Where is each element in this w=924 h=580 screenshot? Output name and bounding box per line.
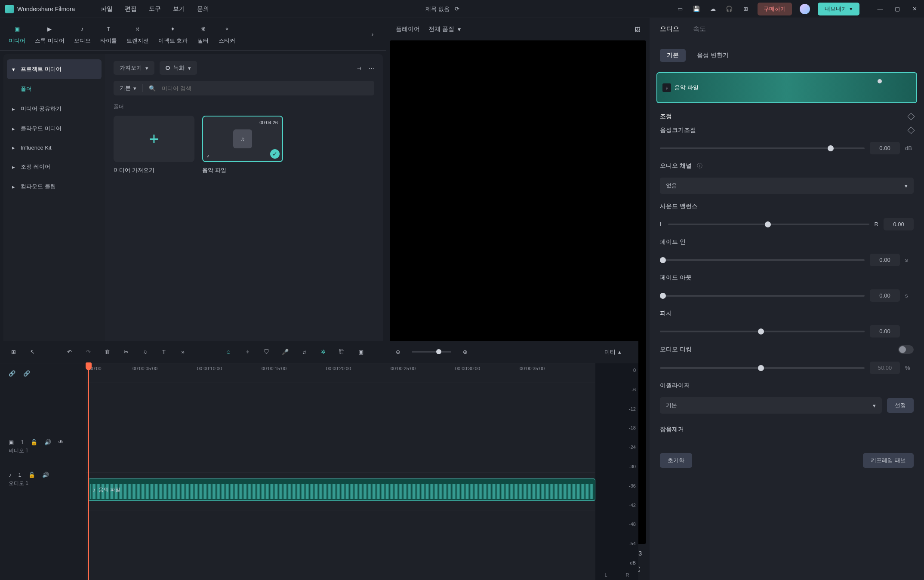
ducking-slider[interactable] [660, 367, 865, 369]
sidebar-influence-kit[interactable]: ▸ Influence Kit [3, 138, 105, 157]
mic-icon[interactable]: 🎤 [280, 347, 290, 357]
player-dropdown[interactable]: 플레이어 [396, 25, 420, 33]
reset-button[interactable]: 초기화 [660, 453, 692, 468]
beat-icon[interactable]: ♫ [140, 347, 150, 357]
lock-icon[interactable]: 🔓 [31, 439, 37, 445]
snapshot-icon[interactable]: 🖼 [634, 26, 640, 33]
timeline-ruler[interactable]: 00:00 00:00:05:00 00:00:10:00 00:00:15:0… [86, 363, 595, 383]
menu-file[interactable]: 파일 [101, 5, 113, 13]
minimize-button[interactable]: — [876, 5, 884, 13]
nav-tab-media[interactable]: ▣ 미디어 [9, 24, 25, 45]
keyframe-diamond-icon[interactable] [908, 127, 915, 134]
tab-audio[interactable]: 오디오 [660, 25, 679, 35]
eq-select[interactable]: 기본 ▾ [660, 397, 882, 414]
close-button[interactable]: ✕ [910, 5, 919, 13]
balance-slider[interactable] [668, 224, 869, 225]
copy-icon[interactable]: ⿻ [337, 347, 347, 357]
buy-button[interactable]: 구매하기 [758, 3, 792, 15]
menu-edit[interactable]: 편집 [125, 5, 137, 13]
nav-tab-audio[interactable]: ♪ 오디오 [74, 24, 91, 45]
meter-toggle[interactable]: 미터 ▴ [604, 348, 630, 356]
track-link2-icon[interactable]: 🔗 [23, 370, 30, 377]
sort-dropdown[interactable]: 기본 ▾ [120, 84, 143, 92]
playhead[interactable] [88, 363, 89, 580]
nav-next-arrow[interactable]: › [367, 29, 378, 40]
keyframe-diamond-icon[interactable] [908, 113, 915, 120]
nav-tab-filter[interactable]: ❋ 필터 [197, 24, 209, 45]
eq-settings-button[interactable]: 설정 [887, 398, 914, 413]
mute-icon[interactable]: 🔊 [42, 472, 49, 478]
nav-tab-transition[interactable]: ⤭ 트랜지션 [126, 24, 149, 45]
pitch-slider[interactable] [660, 331, 865, 332]
cut-icon[interactable]: ✂ [121, 347, 131, 357]
video-track-row[interactable] [86, 435, 595, 473]
crop-icon[interactable]: ▣ [356, 347, 366, 357]
channel-select[interactable]: 없음 ▾ [660, 178, 914, 194]
headphone-icon[interactable]: 🎧 [725, 5, 733, 13]
ducking-toggle[interactable] [898, 345, 914, 354]
audio-clip[interactable]: ♪ 음악 파일 [88, 479, 595, 501]
sidebar-adjustment-layer[interactable]: ▸ 조정 레이어 [3, 157, 105, 177]
sidebar-compound-clip[interactable]: ▸ 컴파운드 클립 [3, 177, 105, 196]
track-link-icon[interactable]: 🔗 [9, 370, 15, 377]
audio-track-header[interactable]: ♪1 🔓 🔊 오디오 1 [0, 467, 86, 491]
video-track-header[interactable]: ▣1 🔓 🔊 👁 비디오 1 [0, 435, 86, 459]
pitch-value[interactable]: 0.00 [870, 325, 900, 338]
volume-slider[interactable] [660, 147, 865, 149]
quality-dropdown[interactable]: 전체 품질 ▾ [428, 25, 461, 33]
visibility-icon[interactable]: 👁 [58, 439, 64, 445]
subtab-basic[interactable]: 기본 [660, 49, 686, 62]
user-avatar[interactable] [800, 4, 810, 14]
keyframe-panel-button[interactable]: 키프레임 패널 [863, 453, 914, 468]
smiley-icon[interactable]: ☺ [224, 347, 233, 357]
media-search-input[interactable] [162, 85, 368, 92]
zoom-in-icon[interactable]: ⊕ [460, 347, 470, 357]
waveform-preview[interactable]: ♪ 음악 파일 [656, 72, 917, 103]
sidebar-project-media[interactable]: ▾ 프로젝트 미디어 [7, 59, 102, 79]
help-icon[interactable]: ⓘ [697, 162, 702, 170]
grid-icon[interactable]: ⊞ [741, 5, 750, 13]
waveform-marker[interactable] [878, 79, 882, 83]
volume-value[interactable]: 0.00 [870, 142, 900, 154]
sparkle-icon[interactable]: ✦ [243, 347, 252, 357]
music-list-icon[interactable]: ♬ [299, 347, 309, 357]
fadeout-value[interactable]: 0.00 [870, 289, 900, 302]
maximize-button[interactable]: ▢ [893, 5, 902, 13]
subtab-voice[interactable]: 음성 변환기 [690, 49, 736, 62]
sidebar-cloud-media[interactable]: ▸ 클라우드 미디어 [3, 119, 105, 138]
more-tools-icon[interactable]: » [178, 347, 188, 357]
more-options-icon[interactable]: ⋯ [369, 65, 374, 71]
lock-icon[interactable]: 🔓 [28, 472, 35, 478]
zoom-out-icon[interactable]: ⊖ [393, 347, 403, 357]
shield-icon[interactable]: ⛉ [262, 347, 271, 357]
save-icon[interactable]: 💾 [692, 5, 701, 13]
delete-icon[interactable]: 🗑 [102, 347, 112, 357]
sidebar-share-media[interactable]: ▸ 미디어 공유하기 [3, 99, 105, 119]
zoom-slider[interactable] [412, 351, 451, 353]
media-audio-card[interactable]: 00:04:26 ♫ ♪ ✓ 음악 파일 [202, 116, 283, 174]
fadein-slider[interactable] [660, 259, 865, 261]
audio-track-row[interactable]: ♪ 음악 파일 [86, 473, 595, 510]
ducking-value[interactable]: 50.00 [870, 362, 900, 374]
device-icon[interactable]: ▭ [676, 5, 684, 13]
nav-tab-stock[interactable]: ▶ 스톡 미디어 [35, 24, 65, 45]
menu-help[interactable]: 문의 [197, 5, 209, 13]
fadeout-slider[interactable] [660, 295, 865, 297]
redo-icon[interactable]: ↷ [83, 347, 93, 357]
fadein-value[interactable]: 0.00 [870, 254, 900, 266]
import-dropdown[interactable]: 가져오기 ▾ [114, 61, 154, 75]
balance-value[interactable]: 0.00 [884, 218, 914, 230]
mute-icon[interactable]: 🔊 [44, 439, 51, 445]
tab-speed[interactable]: 속도 [693, 25, 706, 35]
nav-tab-title[interactable]: T 타이틀 [100, 24, 117, 45]
cloud-icon[interactable]: ☁ [708, 5, 717, 13]
filter-icon[interactable]: ⫤ [356, 65, 362, 71]
menu-view[interactable]: 보기 [173, 5, 185, 13]
record-dropdown[interactable]: 녹화 ▾ [160, 61, 197, 75]
nav-tab-effect[interactable]: ✦ 이펙트 효과 [158, 24, 188, 45]
layout-icon[interactable]: ⊞ [9, 347, 18, 357]
media-import-card[interactable]: + 미디어 가져오기 [114, 116, 194, 174]
undo-icon[interactable]: ↶ [65, 347, 74, 357]
menu-tools[interactable]: 도구 [149, 5, 161, 13]
sidebar-folder[interactable]: 폴더 [3, 79, 105, 99]
